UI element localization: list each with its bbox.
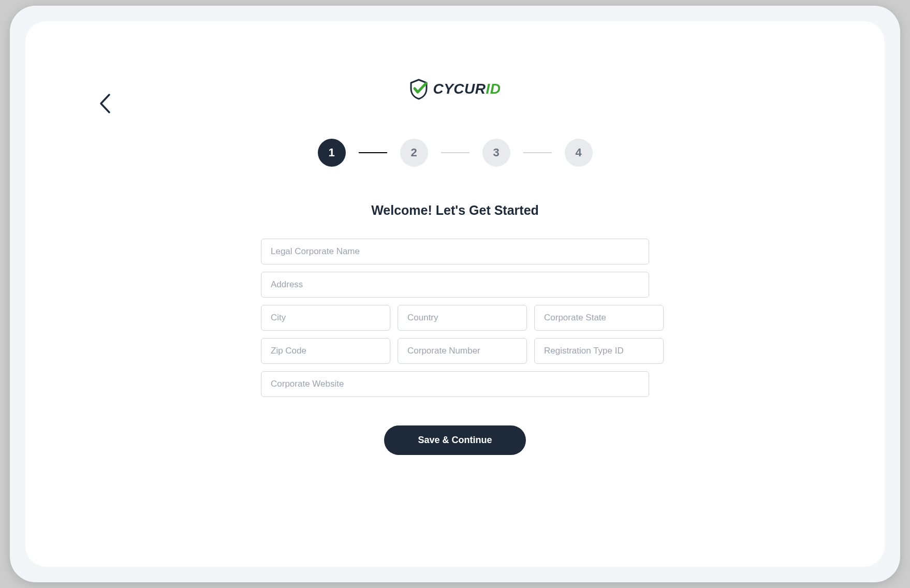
corporate-state-input[interactable] <box>534 305 664 331</box>
registration-type-input[interactable] <box>534 338 664 364</box>
logo: CYCURID <box>77 78 833 100</box>
step-4[interactable]: 4 <box>565 139 593 167</box>
step-connector <box>359 152 387 153</box>
step-connector <box>523 152 552 153</box>
stepper: 1 2 3 4 <box>77 139 833 167</box>
inner-frame: CYCURID 1 2 3 4 Welcome! Let's Get Start… <box>25 21 885 567</box>
step-1[interactable]: 1 <box>318 139 346 167</box>
address-input[interactable] <box>261 272 649 298</box>
legal-corporate-name-input[interactable] <box>261 239 649 264</box>
step-3[interactable]: 3 <box>482 139 510 167</box>
step-2[interactable]: 2 <box>400 139 428 167</box>
country-input[interactable] <box>398 305 527 331</box>
page-title: Welcome! Let's Get Started <box>77 203 833 218</box>
city-input[interactable] <box>261 305 390 331</box>
corporate-website-input[interactable] <box>261 371 649 397</box>
chevron-left-icon <box>98 93 111 114</box>
zip-code-input[interactable] <box>261 338 390 364</box>
save-continue-button[interactable]: Save & Continue <box>384 425 525 455</box>
outer-frame: CYCURID 1 2 3 4 Welcome! Let's Get Start… <box>10 6 900 582</box>
corporate-number-input[interactable] <box>398 338 527 364</box>
shield-check-icon <box>409 78 429 100</box>
form-container: Save & Continue <box>261 239 649 455</box>
step-connector <box>441 152 469 153</box>
logo-text: CYCURID <box>433 81 501 97</box>
back-button[interactable] <box>98 93 111 116</box>
